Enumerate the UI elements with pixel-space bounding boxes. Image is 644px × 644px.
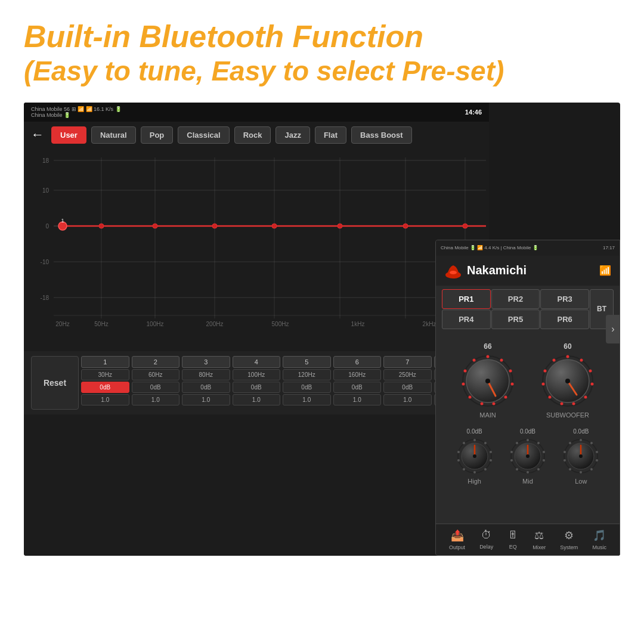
band-db-6[interactable]: 0dB <box>333 382 382 393</box>
svg-text:0: 0 <box>45 223 49 230</box>
svg-text:50Hz: 50Hz <box>94 321 108 327</box>
pr1-button[interactable]: PR1 <box>442 289 491 309</box>
eq-graph: 18 10 0 -10 -18 20Hz 50Hz 100Hz 200Hz 50… <box>24 148 489 351</box>
svg-point-102 <box>564 459 566 462</box>
band-freq-6: 160Hz <box>333 369 382 380</box>
preset-flat[interactable]: Flat <box>315 126 346 144</box>
chevron-right-icon[interactable]: › <box>606 315 620 343</box>
preset-user[interactable]: User <box>51 126 86 144</box>
band-freq-3: 80Hz <box>182 369 230 380</box>
band-col-1: 1 30Hz 0dB 1.0 <box>81 356 129 410</box>
svg-point-55 <box>591 382 594 385</box>
svg-point-95 <box>580 439 582 441</box>
low-knob-label: Low <box>575 478 587 485</box>
main-knob[interactable] <box>461 354 515 408</box>
nav-mixer[interactable]: ⚖ Mixer <box>532 529 546 550</box>
svg-point-56 <box>584 395 587 398</box>
low-knob[interactable] <box>563 438 599 474</box>
svg-point-82 <box>537 442 540 444</box>
band-num-6: 6 <box>333 356 382 368</box>
eq-screen: China Mobile 56 ⊞ 📶 📶 16.1 K/s 🔋China Mo… <box>24 103 489 556</box>
band-db-5[interactable]: 0dB <box>283 382 331 393</box>
preset-bass-boost[interactable]: Bass Boost <box>351 126 412 144</box>
music-icon: 🎵 <box>593 529 606 542</box>
band-db-1[interactable]: 0dB <box>81 382 129 393</box>
svg-point-29 <box>212 224 217 228</box>
naka-header: Nakamichi 📶 <box>436 256 620 286</box>
high-knob-container: 0.0dB <box>457 428 493 485</box>
svg-point-53 <box>580 358 583 361</box>
nakamichi-panel: China Mobile 🔋 📶 4.4 K/s | China Mobile … <box>435 240 620 556</box>
preset-jazz[interactable]: Jazz <box>275 126 309 144</box>
band-db-3[interactable]: 0dB <box>182 382 230 393</box>
preset-rock[interactable]: Rock <box>234 126 271 144</box>
band-col-2: 2 60Hz 0dB 1.0 <box>132 356 180 410</box>
nav-mixer-label: Mixer <box>532 544 546 550</box>
nav-delay[interactable]: ⏱ Delay <box>479 529 493 550</box>
svg-text:10: 10 <box>42 187 49 194</box>
svg-text:1: 1 <box>61 218 64 224</box>
svg-point-81 <box>527 439 529 441</box>
mid-knob[interactable] <box>510 438 546 474</box>
mid-knob-label: Mid <box>522 478 533 485</box>
band-col-3: 3 80Hz 0dB 1.0 <box>182 356 230 410</box>
pr4-button[interactable]: PR4 <box>442 309 491 329</box>
nav-music-label: Music <box>592 544 606 550</box>
band-num-2: 2 <box>132 356 180 368</box>
svg-point-30 <box>272 224 277 228</box>
app-screenshot: China Mobile 56 ⊞ 📶 📶 16.1 K/s 🔋China Mo… <box>24 103 620 556</box>
band-q-2: 1.0 <box>132 394 180 405</box>
svg-text:20Hz: 20Hz <box>55 321 69 327</box>
band-q-1: 1.0 <box>81 394 129 405</box>
naka-status-right: 17:17 <box>603 245 615 250</box>
pr5-button[interactable]: PR5 <box>491 309 540 329</box>
svg-point-87 <box>516 468 518 470</box>
reset-button[interactable]: Reset <box>31 356 79 410</box>
svg-point-101 <box>569 468 571 470</box>
svg-point-28 <box>153 224 157 228</box>
back-arrow-icon[interactable]: ← <box>31 127 44 143</box>
svg-point-42 <box>493 402 496 405</box>
main-knob-svg <box>461 354 515 408</box>
sub-knob[interactable] <box>541 354 595 408</box>
nav-music[interactable]: 🎵 Music <box>592 529 606 550</box>
svg-point-103 <box>564 451 566 453</box>
main-knob-container: 66 <box>461 342 515 419</box>
sub-knob-value: 60 <box>564 342 571 351</box>
svg-point-97 <box>596 451 598 453</box>
svg-point-88 <box>510 459 513 462</box>
high-knob[interactable] <box>457 438 493 474</box>
main-title: Built-in Bluetooth Function <box>24 18 620 55</box>
pr6-button[interactable]: PR6 <box>540 309 589 329</box>
naka-wifi-icon: 📶 <box>599 265 611 276</box>
eq-icon: 🎚 <box>507 529 518 541</box>
sub-knob-container: 60 <box>541 342 595 419</box>
preset-bar: ← User Natural Pop Classical Rock Jazz F… <box>24 122 489 148</box>
svg-text:200Hz: 200Hz <box>206 321 224 327</box>
band-db-7[interactable]: 0dB <box>383 382 432 393</box>
eq-graph-svg: 18 10 0 -10 -18 20Hz 50Hz 100Hz 200Hz 50… <box>24 148 489 333</box>
svg-point-69 <box>490 451 492 453</box>
band-q-3: 1.0 <box>182 394 230 405</box>
svg-point-96 <box>590 442 593 444</box>
svg-point-71 <box>484 468 487 470</box>
nav-system[interactable]: ⚙ System <box>560 529 578 550</box>
band-q-5: 1.0 <box>283 394 331 405</box>
band-db-2[interactable]: 0dB <box>132 382 180 393</box>
nav-eq[interactable]: 🎚 EQ <box>507 529 518 550</box>
svg-point-54 <box>589 369 592 372</box>
svg-point-85 <box>537 468 540 470</box>
nav-output[interactable]: 📤 Output <box>449 529 465 550</box>
pr2-button[interactable]: PR2 <box>491 289 540 309</box>
preset-natural[interactable]: Natural <box>91 126 136 144</box>
band-db-4[interactable]: 0dB <box>233 382 281 393</box>
low-knob-svg <box>563 438 599 474</box>
pr3-button[interactable]: PR3 <box>540 289 589 309</box>
svg-point-99 <box>590 468 593 470</box>
band-q-4: 1.0 <box>233 394 281 405</box>
mixer-icon: ⚖ <box>534 529 544 542</box>
svg-point-68 <box>484 442 487 444</box>
nav-system-label: System <box>560 544 578 550</box>
preset-pop[interactable]: Pop <box>141 126 174 144</box>
preset-classical[interactable]: Classical <box>178 126 229 144</box>
